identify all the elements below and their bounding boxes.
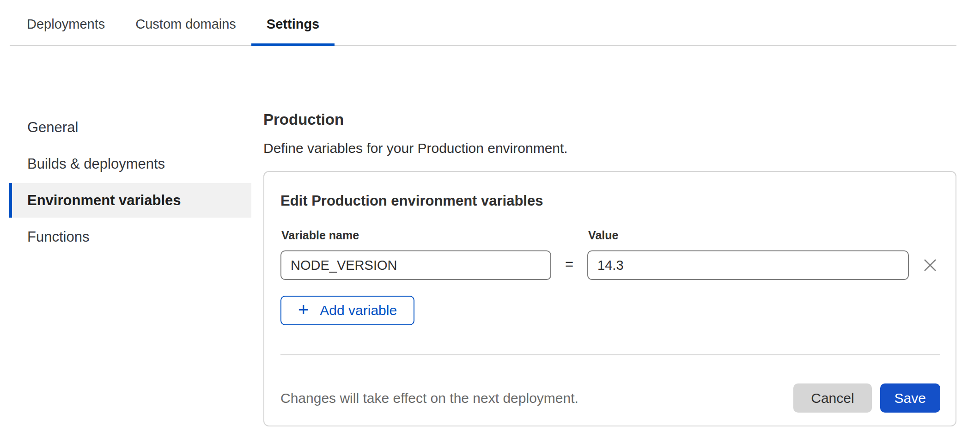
main-panel: Production Define variables for your Pro… (263, 110, 956, 426)
variable-value-input[interactable] (587, 250, 909, 280)
remove-variable-button[interactable] (920, 250, 940, 280)
variable-value-field: Value (587, 229, 909, 280)
add-variable-button[interactable]: + Add variable (280, 296, 414, 325)
variable-row: Variable name = Value (280, 229, 940, 280)
tab-bar: Deployments Custom domains Settings (10, 0, 956, 46)
settings-sidebar: General Builds & deployments Environment… (9, 110, 251, 256)
variable-name-field: Variable name (280, 229, 551, 280)
save-button[interactable]: Save (880, 383, 940, 413)
sidebar-item-functions[interactable]: Functions (9, 219, 251, 254)
sidebar-item-builds-deployments[interactable]: Builds & deployments (9, 146, 251, 181)
page-title: Production (263, 111, 956, 128)
tab-deployments[interactable]: Deployments (12, 8, 120, 45)
equals-sign: = (565, 250, 573, 280)
environment-variables-card: Edit Production environment variables Va… (263, 171, 956, 426)
card-title: Edit Production environment variables (280, 193, 940, 209)
add-variable-label: Add variable (320, 303, 397, 318)
page-subtitle: Define variables for your Production env… (263, 140, 956, 156)
sidebar-item-environment-variables[interactable]: Environment variables (9, 183, 251, 218)
cancel-button[interactable]: Cancel (793, 383, 871, 413)
variable-name-input[interactable] (280, 250, 551, 280)
tab-custom-domains[interactable]: Custom domains (120, 8, 251, 45)
settings-content: General Builds & deployments Environment… (0, 46, 980, 426)
variable-value-label: Value (588, 229, 909, 242)
tab-settings[interactable]: Settings (251, 8, 335, 45)
plus-icon: + (298, 300, 309, 319)
footer-actions: Cancel Save (793, 383, 940, 413)
sidebar-item-general[interactable]: General (9, 110, 251, 145)
card-divider (280, 354, 940, 355)
card-footer: Changes will take effect on the next dep… (280, 383, 940, 413)
footer-note: Changes will take effect on the next dep… (280, 390, 578, 406)
close-icon (923, 258, 937, 273)
variable-name-label: Variable name (281, 229, 551, 242)
